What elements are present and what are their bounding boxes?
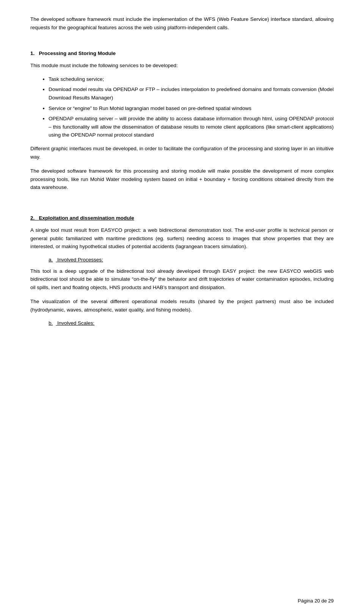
section1-paragraph1: Different graphic interfaces must be dev… [30, 145, 334, 161]
subsection-b-label: b. [49, 320, 53, 326]
bullet-item-4: OPENDAP emulating server – will provide … [49, 115, 334, 139]
bullet-item-2: Download model results via OPENDAP or FT… [49, 85, 334, 102]
section1-paragraph2: The developed software framework for thi… [30, 167, 334, 192]
intro-paragraph: The developed software framework must in… [30, 15, 334, 31]
subsection-a-paragraph1: This tool is a deep upgrade of the bidir… [30, 267, 334, 292]
section2-heading: 2. Exploitation and dissemination module [30, 215, 334, 221]
section2-number: 2. [30, 215, 35, 221]
page-number: Página 20 de 29 [298, 598, 334, 604]
bullet-item-3: Service or “engine” to Run Mohid lagrang… [49, 104, 334, 113]
section1-title: Processing and Storing Module [39, 50, 116, 56]
section1-heading: 1. Processing and Storing Module [30, 50, 334, 56]
section2-title: Exploitation and dissemination module [39, 215, 134, 221]
subsection-a-heading: a. Involved Processes: [49, 257, 334, 263]
subsection-b-heading: b. Involved Scales: [49, 320, 334, 326]
page: The developed software framework must in… [0, 0, 364, 615]
section2-intro: A single tool must result from EASYCO pr… [30, 226, 334, 251]
subsection-a-paragraph2: The visualization of the several differe… [30, 297, 334, 314]
section1-number: 1. [30, 50, 35, 56]
subsection-a-label: a. [49, 257, 53, 263]
subsection-a-title: Involved Processes: [57, 257, 103, 263]
section1-intro: This module must include the following s… [30, 61, 334, 70]
subsection-b-title: Involved Scales: [57, 320, 94, 326]
section1-bullet-list: Task scheduling service; Download model … [49, 75, 334, 139]
page-footer: Página 20 de 29 [298, 598, 334, 604]
bullet-item-1: Task scheduling service; [49, 75, 334, 83]
